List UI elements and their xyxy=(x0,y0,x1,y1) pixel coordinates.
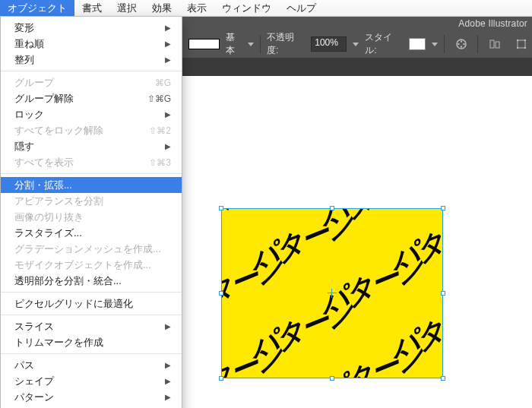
menu-item-label: 変形 xyxy=(14,21,34,35)
object-menu-dropdown: 変形▶重ね順▶整列▶グループ⌘Gグループ解除⇧⌘Gロック▶すべてをロック解除⇧⌘… xyxy=(0,17,182,408)
menu-item-label: シェイプ xyxy=(14,375,54,388)
chevron-down-icon[interactable] xyxy=(432,43,438,46)
menu-item-label: 透明部分を分割・統合... xyxy=(14,274,122,288)
menu-item[interactable]: ピクセルグリッドに最適化 xyxy=(1,296,182,312)
align-panel-icon[interactable] xyxy=(484,36,505,52)
pattern-word: パターン xyxy=(315,335,427,378)
menu-shortcut: ⌘G xyxy=(155,77,171,88)
svg-point-3 xyxy=(460,46,461,47)
menu-shortcut: ⇧⌘G xyxy=(147,93,171,104)
menu-divider xyxy=(1,71,182,71)
menu-item[interactable]: スライス▶ xyxy=(1,318,182,334)
menu-object[interactable]: オブジェクト xyxy=(0,0,74,16)
resize-handle[interactable] xyxy=(330,376,334,381)
menu-item-label: グループ解除 xyxy=(14,92,74,106)
opacity-input[interactable]: 100% xyxy=(311,36,347,52)
svg-point-11 xyxy=(524,47,526,49)
menu-item-label: 画像の切り抜き xyxy=(14,210,84,224)
menu-item: すべてをロック解除⇧⌘2 xyxy=(1,122,182,138)
menu-item-label: ラスタライズ... xyxy=(14,226,82,240)
selected-object[interactable]: パターンパターンパターンパターンパターンパターンパターンパターンパターンパターン… xyxy=(222,209,442,378)
menu-item[interactable]: パス▶ xyxy=(1,357,182,373)
transform-panel-icon[interactable] xyxy=(511,36,532,52)
menu-item: モザイクオブジェクトを作成... xyxy=(1,257,182,273)
graphic-style-swatch[interactable] xyxy=(409,38,426,50)
resize-handle[interactable] xyxy=(441,206,445,210)
svg-point-8 xyxy=(517,40,518,41)
menu-item-label: 整列 xyxy=(14,53,34,67)
menu-item-label: すべてをロック解除 xyxy=(14,124,103,138)
svg-point-4 xyxy=(458,43,459,45)
os-menubar: オブジェクト 書式 選択 効果 表示 ウィンドウ ヘルプ xyxy=(0,0,532,17)
resize-handle[interactable] xyxy=(441,376,445,381)
svg-point-9 xyxy=(524,40,526,41)
menu-type[interactable]: 書式 xyxy=(74,0,109,16)
menu-item-label: すべてを表示 xyxy=(14,156,74,169)
menu-item-label: 重ね順 xyxy=(14,37,44,51)
menu-item-label: スライス xyxy=(14,320,54,334)
menu-divider xyxy=(1,292,182,293)
menu-shortcut: ⇧⌘2 xyxy=(149,125,171,136)
menu-item[interactable]: 重ね順▶ xyxy=(1,36,182,52)
menu-item-label: 分割・拡張... xyxy=(14,179,72,192)
menu-item-label: モザイクオブジェクトを作成... xyxy=(14,258,151,272)
svg-rect-5 xyxy=(490,40,494,48)
submenu-arrow-icon: ▶ xyxy=(165,377,171,385)
resize-handle[interactable] xyxy=(330,206,334,210)
svg-rect-6 xyxy=(496,42,499,48)
menu-help[interactable]: ヘルプ xyxy=(279,0,324,16)
pattern-word: パターン xyxy=(222,247,287,324)
menu-item-label: パス xyxy=(14,359,34,372)
separator xyxy=(444,35,445,53)
menu-window[interactable]: ウィンドウ xyxy=(214,0,279,16)
stroke-preview[interactable] xyxy=(188,39,220,49)
svg-point-10 xyxy=(517,47,518,49)
menu-item[interactable]: 分割・拡張... xyxy=(1,177,182,193)
menu-item[interactable]: 透明部分を分割・統合... xyxy=(1,273,182,289)
menu-item-label: グラデーションメッシュを作成... xyxy=(14,242,161,256)
menu-item[interactable]: 隠す▶ xyxy=(1,138,182,154)
menu-item[interactable]: ブレンド▶ xyxy=(1,405,182,408)
menu-effect[interactable]: 効果 xyxy=(144,0,179,16)
menu-shortcut: ⇧⌘3 xyxy=(149,157,171,168)
menu-item: アピアランスを分割 xyxy=(1,193,182,209)
menu-item-label: 隠す xyxy=(14,140,34,153)
menu-item-label: トリムマークを作成 xyxy=(14,336,103,349)
menu-item[interactable]: グループ解除⇧⌘G xyxy=(1,90,182,106)
separator xyxy=(260,35,261,53)
center-point-icon xyxy=(330,291,334,296)
brush-basic-dropdown[interactable]: 基本 xyxy=(226,31,254,57)
menu-item[interactable]: シェイプ▶ xyxy=(1,373,182,389)
menu-item[interactable]: 変形▶ xyxy=(1,20,182,36)
menu-item[interactable]: ロック▶ xyxy=(1,106,182,122)
submenu-arrow-icon: ▶ xyxy=(165,393,171,401)
resize-handle[interactable] xyxy=(441,291,445,296)
menu-select[interactable]: 選択 xyxy=(109,0,144,16)
menu-item-label: パターン xyxy=(14,391,54,404)
menu-item[interactable]: 整列▶ xyxy=(1,52,182,68)
menu-item[interactable]: ラスタライズ... xyxy=(1,225,182,241)
menu-divider xyxy=(1,173,182,174)
submenu-arrow-icon: ▶ xyxy=(165,55,171,64)
svg-point-2 xyxy=(463,43,464,45)
resize-handle[interactable] xyxy=(219,206,223,210)
submenu-arrow-icon: ▶ xyxy=(165,24,171,32)
submenu-arrow-icon: ▶ xyxy=(165,322,171,331)
chevron-down-icon xyxy=(248,43,254,46)
menu-item: 画像の切り抜き xyxy=(1,209,182,225)
recolor-artwork-icon[interactable] xyxy=(451,36,471,52)
menu-item[interactable]: パターン▶ xyxy=(1,389,182,405)
opacity-label: 不透明度: xyxy=(267,31,305,57)
chevron-down-icon[interactable] xyxy=(353,43,359,46)
menu-item: すべてを表示⇧⌘3 xyxy=(1,154,182,170)
menu-view[interactable]: 表示 xyxy=(179,0,214,16)
submenu-arrow-icon: ▶ xyxy=(165,40,171,48)
submenu-arrow-icon: ▶ xyxy=(165,110,171,119)
resize-handle[interactable] xyxy=(219,376,223,381)
menu-item[interactable]: トリムマークを作成 xyxy=(1,334,182,350)
menu-item-label: アピアランスを分割 xyxy=(14,195,103,208)
resize-handle[interactable] xyxy=(219,291,223,296)
submenu-arrow-icon: ▶ xyxy=(165,142,171,150)
menu-item-label: ロック xyxy=(14,108,44,122)
menu-divider xyxy=(1,315,182,315)
